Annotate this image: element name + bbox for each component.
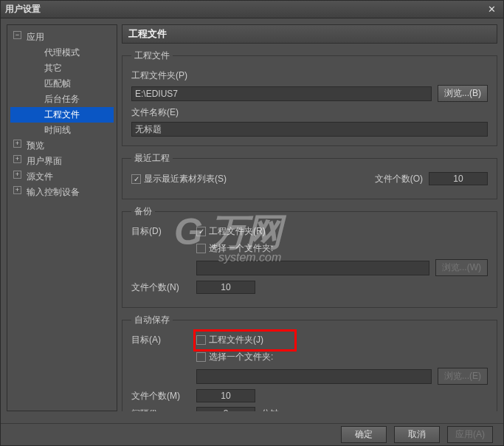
autosave-count-input[interactable] [196, 389, 255, 402]
project-name-input[interactable] [131, 122, 488, 137]
cancel-button[interactable]: 取消 [394, 426, 440, 443]
expand-icon[interactable]: + [13, 186, 21, 194]
autosave-interval-unit: 分钟 [261, 408, 279, 412]
name-label: 文件名称(E) [131, 106, 488, 119]
close-icon[interactable]: ✕ [484, 4, 499, 15]
nav-tree: −应用 代理模式 其它 匹配帧 后台任务 工程文件 时间线 +预览 +用户界面 … [7, 24, 117, 411]
tree-timeline[interactable]: 时间线 [10, 123, 114, 138]
autosave-folder-input[interactable] [196, 369, 432, 384]
tree-ui[interactable]: +用户界面 [10, 154, 114, 169]
tree-proxy-mode[interactable]: 代理模式 [10, 45, 114, 61]
autosave-browse-button: 浏览...(E) [438, 368, 488, 385]
backup-count-input[interactable] [196, 281, 255, 294]
expand-icon[interactable]: + [13, 171, 21, 179]
recent-group: 最近工程 ✓显示最近素材列表(S) 文件个数(O) [122, 152, 497, 199]
autosave-proj-folder-checkbox[interactable]: 工程文件夹(J) [196, 334, 263, 346]
tree-other[interactable]: 其它 [10, 61, 114, 76]
checkbox-unchecked-icon [196, 352, 206, 362]
recent-count-input[interactable] [429, 172, 488, 185]
autosave-group: 自动保存 目标(A) 工程文件夹(J) 选择一个文件夹: 浏览...(E) 文件… [122, 314, 497, 411]
tree-source[interactable]: +源文件 [10, 169, 114, 185]
tree-preview[interactable]: +预览 [10, 138, 114, 154]
project-legend: 工程文件 [131, 49, 173, 62]
tree-app[interactable]: −应用 [10, 30, 114, 45]
dialog-title: 用户设置 [5, 3, 484, 16]
recent-count-label: 文件个数(O) [375, 173, 423, 185]
expand-icon[interactable]: + [13, 155, 21, 163]
backup-browse-button: 浏览...(W) [435, 259, 488, 276]
checkbox-unchecked-icon [196, 244, 206, 253]
main-panel: 工程文件 工程文件 工程文件夹(P) 浏览...(B) 文件名称(E) 最近工程… [122, 24, 497, 411]
project-folder-input[interactable] [131, 86, 432, 101]
autosave-interval-label: 间隔(I) [131, 408, 190, 412]
autosave-count-label: 文件个数(M) [131, 390, 190, 402]
apply-button: 应用(A) [447, 426, 493, 443]
checkbox-checked-icon: ✓ [196, 227, 206, 236]
show-recent-checkbox[interactable]: ✓显示最近素材列表(S) [131, 173, 227, 185]
autosave-legend: 自动保存 [131, 314, 173, 326]
project-group: 工程文件 工程文件夹(P) 浏览...(B) 文件名称(E) [122, 49, 497, 146]
section-header: 工程文件 [122, 24, 497, 44]
tree-project-file[interactable]: 工程文件 [10, 107, 114, 123]
backup-proj-folder-checkbox[interactable]: ✓工程文件夹(R) [196, 225, 266, 238]
autosave-interval-input[interactable] [196, 407, 255, 411]
tree-match-frame[interactable]: 匹配帧 [10, 76, 114, 92]
backup-count-label: 文件个数(N) [131, 281, 190, 294]
collapse-icon[interactable]: − [13, 31, 21, 39]
dialog-footer: 确定 取消 应用(A) [1, 423, 503, 445]
backup-legend: 备份 [131, 205, 155, 218]
backup-folder-input[interactable] [196, 261, 429, 275]
backup-target-label: 目标(D) [131, 225, 190, 238]
browse-button[interactable]: 浏览...(B) [438, 85, 488, 102]
tree-input-ctrl[interactable]: +输入控制设备 [10, 185, 114, 200]
folder-label: 工程文件夹(P) [131, 69, 488, 82]
backup-choose-folder-checkbox[interactable]: 选择一个文件夹: [196, 242, 273, 255]
checkbox-unchecked-icon [196, 335, 206, 345]
autosave-choose-folder-checkbox[interactable]: 选择一个文件夹: [196, 351, 273, 363]
tree-bg-task[interactable]: 后台任务 [10, 92, 114, 107]
expand-icon[interactable]: + [13, 140, 21, 148]
backup-group: 备份 目标(D) ✓工程文件夹(R) 选择一个文件夹: 浏览...(W) 文件个… [122, 205, 497, 308]
titlebar: 用户设置 ✕ [1, 1, 503, 18]
checkbox-checked-icon: ✓ [131, 174, 141, 184]
user-settings-dialog: 用户设置 ✕ −应用 代理模式 其它 匹配帧 后台任务 工程文件 时间线 +预览… [0, 0, 504, 446]
ok-button[interactable]: 确定 [341, 426, 387, 443]
recent-legend: 最近工程 [131, 152, 173, 165]
autosave-target-label: 目标(A) [131, 334, 190, 346]
